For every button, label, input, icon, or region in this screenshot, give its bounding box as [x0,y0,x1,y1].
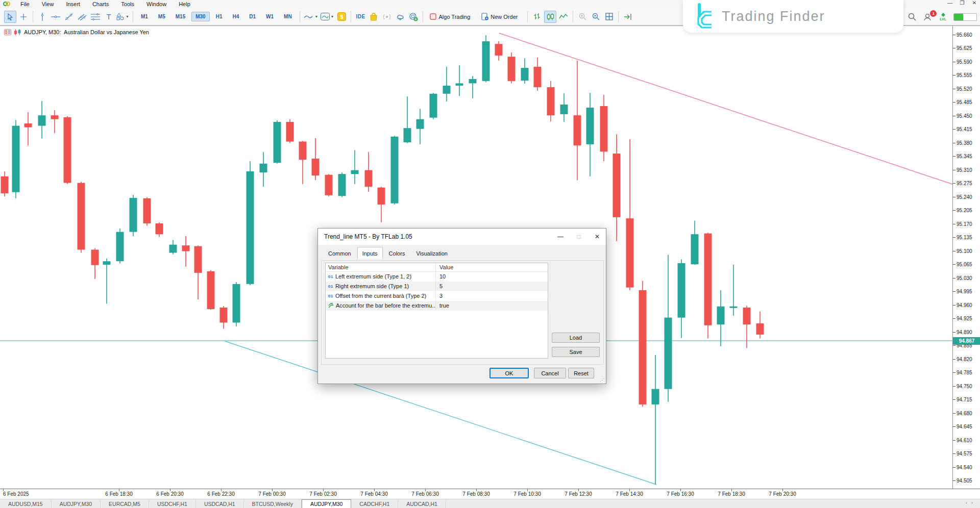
tab-colors[interactable]: Colors [384,248,410,260]
signals-button[interactable] [381,11,393,23]
chart-tab-eurcad-m5[interactable]: EURCAD,M5 [101,499,149,508]
horizontal-line-tool-button[interactable] [50,11,62,23]
quotes-button[interactable]: $ [335,11,348,23]
menu-insert[interactable]: Insert [60,1,86,8]
column-header-value[interactable]: Value [435,263,548,271]
chart-tab-usdcad-h1[interactable]: USDCAD,H1 [196,499,244,508]
inputs-table[interactable]: Variable Value 01Left extremum side (Typ… [325,263,548,359]
menu-view[interactable]: View [36,1,60,8]
dialog-close-icon[interactable]: ✕ [592,233,603,240]
cursor-tool-button[interactable] [4,11,16,23]
chart-tab-audjpy-m30[interactable]: AUDJPY,M30 [52,499,101,508]
tab-inputs[interactable]: Inputs [357,247,383,259]
price-label: 95.590 [957,59,972,64]
indicators-button[interactable]: ▼ [320,11,335,23]
chart-tab-cadchf-h1[interactable]: CADCHF,H1 [351,499,398,508]
input-row[interactable]: 01Left extremum side (Type 1, 2)10 [326,272,548,282]
new-order-button[interactable]: New Order [478,11,524,23]
line-chart-mode-button[interactable] [557,11,570,23]
timeframe-m1-button[interactable]: M1 [137,12,152,21]
tab-common[interactable]: Common [323,248,356,260]
time-axis[interactable]: 6 Feb 20256 Feb 18:306 Feb 20:306 Feb 22… [0,489,980,499]
timeframe-h4-button[interactable]: H4 [228,12,243,21]
tab-scroll-arrows[interactable]: ‹› [966,500,977,505]
menu-file[interactable]: File [14,1,36,8]
zoom-in-button[interactable] [576,11,589,23]
timeframe-m15-button[interactable]: M15 [172,12,189,21]
numeric-input-icon: 01 [328,284,333,289]
candle [560,93,568,122]
tile-windows-button[interactable] [603,11,615,23]
load-button[interactable]: Load [552,333,600,343]
candle [717,290,725,346]
candle [286,119,294,143]
chart-tab-usdchf-h1[interactable]: USDCHF,H1 [149,499,196,508]
new-order-icon [481,13,488,20]
timeframe-d1-button[interactable]: D1 [245,12,260,21]
input-value[interactable]: 3 [435,291,548,300]
shapes-tool-button[interactable]: ▼ [116,11,130,23]
input-row[interactable]: 01Right extremum side (Type 1)5 [326,282,548,291]
market-watch-icon[interactable] [4,29,11,35]
notifications-button[interactable] [407,11,420,23]
chart-type-line-button[interactable]: ▼ [303,11,319,23]
minimize-window-icon[interactable]: — [945,0,954,6]
reset-button[interactable]: Reset [568,368,594,378]
input-row[interactable]: Account for the bar before the extremu..… [326,301,548,311]
menu-charts[interactable]: Charts [86,1,115,8]
timeframe-m30-button[interactable]: M30 [191,12,209,21]
time-label: 6 Feb 2025 [3,491,29,497]
save-button[interactable]: Save [552,347,600,357]
dialog-minimize-icon[interactable]: — [555,233,566,240]
price-tick [953,102,955,103]
menu-window[interactable]: Window [140,1,173,8]
lvl-indicator[interactable]: LVL [940,13,946,21]
timeframe-mn-button[interactable]: MN [280,12,296,21]
bar-chart-mode-button[interactable] [531,11,543,23]
price-axis[interactable]: 95.66095.62595.59095.55595.52095.48595.4… [952,26,980,489]
cloud-button[interactable] [394,11,406,23]
timeframe-m5-button[interactable]: M5 [154,12,169,21]
algo-trading-button[interactable]: Algo Trading [426,11,477,23]
chart-tab-audusd-m15[interactable]: AUDUSD,M15 [0,499,52,508]
ide-button[interactable]: IDE [354,11,366,23]
crosshair-tool-button[interactable] [17,11,30,23]
price-label: 94.820 [957,356,972,362]
tab-visualization[interactable]: Visualization [411,248,453,260]
search-icon[interactable] [908,13,916,21]
trendline-tool-button[interactable] [63,11,75,23]
close-window-icon[interactable]: ✕ [970,0,979,6]
chart-tab-audjpy-m30[interactable]: AUDJPY,M30 [302,499,351,508]
fibonacci-tool-button[interactable] [89,11,102,23]
input-row[interactable]: 01Offset from the current barà (Type 2)3 [326,291,548,301]
menu-help[interactable]: Help [173,1,197,8]
dialog-maximize-icon[interactable]: □ [573,233,584,240]
menu-tools[interactable]: Tools [115,1,140,8]
zoom-out-button[interactable] [590,11,602,23]
candle [613,134,621,241]
candle [12,120,20,198]
input-value[interactable]: true [435,301,548,310]
candle [365,152,373,192]
user-account-button[interactable]: 1 [923,13,933,21]
cancel-button[interactable]: Cancel [534,368,566,378]
candlestick-mode-button[interactable] [544,11,556,23]
column-header-variable[interactable]: Variable [326,264,435,270]
resize-grip[interactable]: ⋰ [600,377,605,383]
vertical-line-tool-button[interactable] [36,11,48,23]
chart-symbol-icon[interactable] [14,29,21,35]
text-tool-button[interactable]: T [103,11,115,23]
restore-window-icon[interactable]: ❐ [958,0,967,6]
input-value[interactable]: 10 [435,272,548,281]
candle [103,259,111,304]
timeframe-w1-button[interactable]: W1 [262,12,278,21]
channel-tool-button[interactable] [76,11,88,23]
market-button[interactable] [368,11,380,23]
chevron-down-icon: ▼ [331,15,334,18]
ok-button[interactable]: OK [489,368,529,378]
chart-tab-btcusd-weekly[interactable]: BTCUSD,Weekly [244,499,302,508]
timeframe-h1-button[interactable]: H1 [212,12,227,21]
input-value[interactable]: 5 [435,282,548,291]
shift-end-button[interactable] [622,11,634,23]
chart-tab-audcad-h1[interactable]: AUDCAD,H1 [398,499,446,508]
